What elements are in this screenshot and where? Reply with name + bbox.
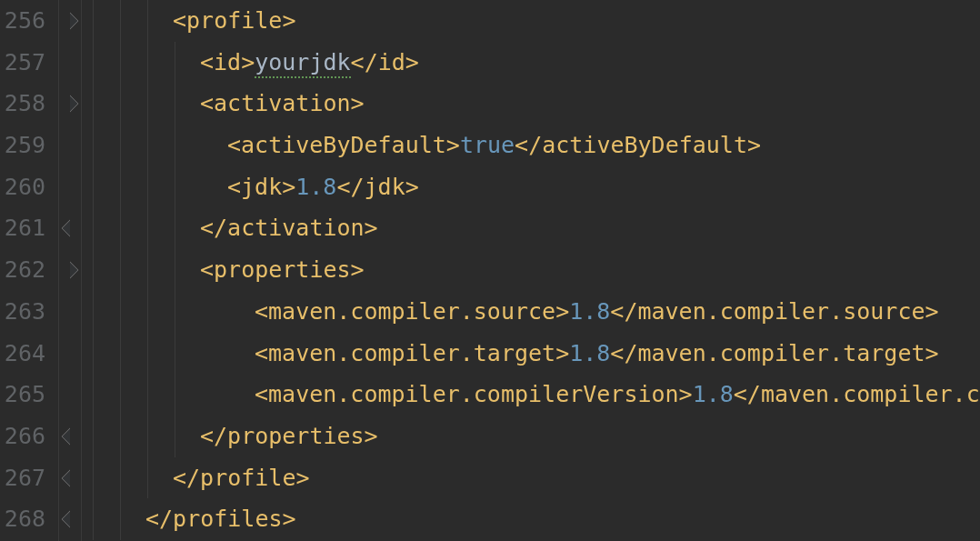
indent-guide [93,498,94,540]
fold-close-icon[interactable] [61,427,79,446]
indent-guide [147,374,148,416]
indent-guide [175,125,175,166]
indent-guide [93,42,94,84]
xml-tag: <maven.compiler.source> [255,298,569,325]
line-number: 259 [0,125,45,166]
code-line[interactable]: </activation> [91,207,980,249]
indent-guide [120,374,121,416]
fold-open-icon[interactable] [61,261,79,279]
indent-guide [93,291,94,333]
xml-tag: <properties> [200,256,365,283]
indent-guide [93,457,94,499]
line-number: 262 [0,249,45,291]
code-text: <properties> [91,256,365,283]
code-text: <jdk>1.8</jdk> [91,174,419,200]
code-text: <maven.compiler.target>1.8</maven.compil… [91,340,939,366]
indent-guide [120,416,121,457]
code-line[interactable]: <id>yourjdk</id> [91,42,980,84]
indent-guide [175,166,175,208]
indent-guide [147,83,148,125]
xml-value: 1.8 [569,298,610,325]
line-number: 267 [0,457,45,499]
xml-value: 1.8 [569,340,610,366]
indent-guide [175,207,175,249]
fold-open-icon[interactable] [61,12,79,30]
code-text: <maven.compiler.source>1.8</maven.compil… [91,298,939,325]
code-text: <maven.compiler.compilerVersion>1.8</mav… [91,381,980,407]
indent-guide [120,125,121,166]
line-number: 265 [0,374,45,416]
indent-guide [93,166,94,208]
indent-guide [120,333,121,375]
line-number: 257 [0,42,45,84]
xml-tag: </profile> [173,465,310,491]
indent-guide [120,249,121,291]
fold-close-icon[interactable] [61,219,79,237]
code-text: <profile> [91,7,295,34]
code-text: </profiles> [91,506,296,532]
fold-close-icon[interactable] [61,469,79,487]
code-area[interactable]: <profile><id>yourjdk</id><activation><ac… [82,0,980,541]
code-line[interactable]: <properties> [91,249,980,291]
indent-guide [93,374,94,416]
code-line[interactable]: <jdk>1.8</jdk> [91,166,980,208]
code-line[interactable]: </profiles> [91,498,980,540]
indent-guide [147,125,148,166]
indent-guide [147,291,148,333]
code-text: </activation> [91,215,378,241]
line-number: 263 [0,291,45,333]
xml-value: true [460,132,515,158]
indent-guide [147,166,148,208]
code-text: <id>yourjdk</id> [91,49,419,75]
line-number: 266 [0,416,45,457]
indent-guide [147,249,148,291]
code-line[interactable]: <profile> [91,0,980,42]
indent-guide [175,249,175,291]
code-editor[interactable]: 256257258259260261262263264265266267268 … [0,0,980,541]
indent-guide [147,457,148,499]
indent-guide [120,83,121,125]
indent-guide [120,457,121,499]
line-number-gutter: 256257258259260261262263264265266267268 [0,0,55,541]
indent-guide [120,207,121,249]
code-line[interactable]: <maven.compiler.compilerVersion>1.8</mav… [91,374,980,416]
xml-tag: </profiles> [145,506,296,532]
indent-guide [175,333,175,375]
code-line[interactable]: <maven.compiler.source>1.8</maven.compil… [91,291,980,333]
xml-tag: <maven.compiler.compilerVersion> [255,381,693,407]
line-number: 258 [0,83,45,125]
indent-guide [147,207,148,249]
fold-close-icon[interactable] [61,510,79,528]
code-line[interactable]: <maven.compiler.target>1.8</maven.compil… [91,333,980,375]
xml-tag: <profile> [173,7,295,34]
indent-guide [120,42,121,84]
indent-guide [175,374,175,416]
code-line[interactable]: <activation> [91,83,980,125]
indent-guide [93,0,94,42]
xml-tag: <maven.compiler.target> [255,340,569,366]
xml-tag: </activeByDefault> [515,132,761,158]
line-number: 256 [0,0,45,42]
indent-guide [175,42,175,84]
xml-tag: <activation> [200,90,365,116]
code-text: </profile> [91,465,310,491]
code-line[interactable]: <activeByDefault>true</activeByDefault> [91,125,980,166]
xml-tag: </maven.compiler.target> [610,340,938,366]
indent-guide [93,83,94,125]
indent-guide [93,207,94,249]
fold-column[interactable] [55,0,82,541]
xml-text: yourjdk [255,49,350,78]
xml-value: 1.8 [693,381,734,407]
indent-guide [147,0,148,42]
indent-guide [175,83,175,125]
line-number: 264 [0,333,45,375]
indent-guide [147,416,148,457]
line-number: 268 [0,498,45,540]
code-text: </properties> [91,423,378,449]
xml-value: 1.8 [295,174,336,200]
code-line[interactable]: </profile> [91,457,980,499]
xml-tag: </jdk> [336,174,418,200]
fold-open-icon[interactable] [61,95,79,113]
xml-tag: </maven.compiler.source> [610,298,938,325]
code-line[interactable]: </properties> [91,416,980,457]
